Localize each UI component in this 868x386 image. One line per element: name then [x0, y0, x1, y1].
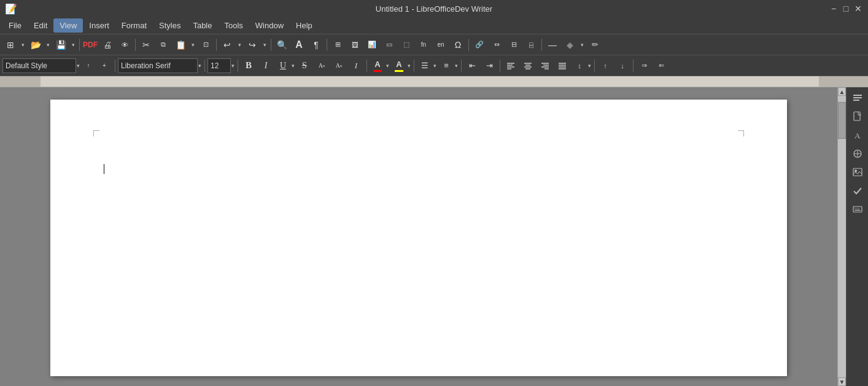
document-page[interactable]: [50, 100, 787, 376]
highlight-dropdown-arrow[interactable]: ▾: [407, 58, 411, 74]
redo-button[interactable]: ↪: [244, 37, 260, 53]
subscript-button[interactable]: An: [331, 58, 347, 74]
menu-item-window[interactable]: Window: [249, 18, 290, 33]
shapes-button[interactable]: ◆: [562, 37, 578, 53]
underline-button[interactable]: U: [275, 58, 291, 74]
decrease-spacing-button[interactable]: ↓: [614, 58, 630, 74]
size-select[interactable]: [207, 58, 231, 73]
font-dropdown-arrow[interactable]: ▾: [198, 58, 202, 74]
scroll-up-button[interactable]: ▲: [838, 87, 846, 96]
shapes-dropdown[interactable]: ▾: [578, 37, 586, 53]
document-area[interactable]: [0, 87, 837, 386]
draw-button[interactable]: ✏: [587, 37, 603, 53]
crossref-button[interactable]: ⇔: [489, 37, 505, 53]
maximize-button[interactable]: □: [841, 4, 851, 14]
undo-dropdown[interactable]: ▾: [236, 37, 243, 53]
size-dropdown-arrow[interactable]: ▾: [231, 58, 235, 74]
align-center-button[interactable]: [520, 58, 536, 74]
sidebar-gallery-button[interactable]: [849, 145, 866, 162]
menu-item-file[interactable]: File: [2, 18, 28, 33]
save-dropdown[interactable]: ▾: [69, 37, 77, 53]
insert-footnote-button[interactable]: fn: [416, 37, 432, 53]
linespacing-dropdown-arrow[interactable]: ▾: [587, 58, 592, 74]
underline-dropdown-arrow[interactable]: ▾: [291, 58, 295, 74]
indent-button[interactable]: ⇥: [481, 58, 497, 74]
unordered-list-button[interactable]: ☰: [417, 58, 433, 74]
align-right-button[interactable]: [537, 58, 553, 74]
align-justify-button[interactable]: [554, 58, 570, 74]
unordered-dropdown-arrow[interactable]: ▾: [433, 58, 437, 74]
paste-dropdown[interactable]: ▾: [189, 37, 196, 53]
ordered-dropdown-arrow[interactable]: ▾: [454, 58, 459, 74]
clone-format-button[interactable]: ⊡: [198, 37, 214, 53]
ordered-list-button[interactable]: ≡: [438, 58, 454, 74]
fontcolor-button[interactable]: A: [370, 58, 386, 74]
insert-frame-button[interactable]: ⬚: [398, 37, 414, 53]
new-style-button[interactable]: +: [96, 58, 112, 74]
menu-item-help[interactable]: Help: [290, 18, 319, 33]
field-button[interactable]: ⌸: [523, 37, 539, 53]
menu-item-styles[interactable]: Styles: [153, 18, 187, 33]
ltr-button[interactable]: ⇒: [636, 58, 652, 74]
find-button[interactable]: 🔍: [274, 37, 290, 53]
italic-button[interactable]: I: [258, 58, 274, 74]
header-footer-button[interactable]: ⊟: [506, 37, 522, 53]
open-dropdown[interactable]: ▾: [44, 37, 52, 53]
superscript-button[interactable]: An: [314, 58, 330, 74]
line-button[interactable]: —: [544, 37, 560, 53]
special-char-button[interactable]: Ω: [450, 37, 466, 53]
menu-item-tools[interactable]: Tools: [218, 18, 249, 33]
sidebar-properties-button[interactable]: [849, 90, 866, 107]
outdent-button[interactable]: ⇤: [464, 58, 480, 74]
insert-textbox-button[interactable]: ▭: [381, 37, 397, 53]
large-font-button[interactable]: A: [291, 37, 307, 53]
save-button[interactable]: 💾: [53, 37, 69, 53]
insert-table-button[interactable]: ⊞: [330, 37, 346, 53]
new-button[interactable]: ⊞: [2, 37, 18, 53]
copy-button[interactable]: ⧉: [155, 37, 171, 53]
menu-item-insert[interactable]: Insert: [83, 18, 115, 33]
sidebar-styles-button[interactable]: A: [849, 127, 866, 144]
shadow-button[interactable]: I: [348, 58, 364, 74]
minimize-button[interactable]: −: [829, 4, 839, 14]
fontcolor-dropdown-arrow[interactable]: ▾: [386, 58, 390, 74]
new-dropdown[interactable]: ▾: [19, 37, 26, 53]
font-select[interactable]: [118, 58, 198, 73]
scroll-thumb[interactable]: [838, 102, 846, 139]
print-preview-button[interactable]: 👁: [117, 37, 133, 53]
open-button[interactable]: 📂: [28, 37, 44, 53]
align-left-button[interactable]: [503, 58, 519, 74]
hyperlink-button[interactable]: 🔗: [471, 37, 487, 53]
sidebar-keyboard-button[interactable]: [849, 200, 866, 218]
insert-image-button[interactable]: 🖼: [347, 37, 363, 53]
strikethrough-button[interactable]: S: [296, 58, 312, 74]
increase-spacing-button[interactable]: ↑: [597, 58, 613, 74]
rtl-button[interactable]: ⇐: [653, 58, 669, 74]
insert-endnote-button[interactable]: en: [433, 37, 449, 53]
menu-item-view[interactable]: View: [53, 18, 83, 33]
highlight-button[interactable]: A: [391, 58, 407, 74]
vertical-scrollbar[interactable]: ▲ ▼: [837, 87, 846, 386]
cut-button[interactable]: ✂: [138, 37, 154, 53]
linespacing-button[interactable]: ↕: [572, 58, 587, 74]
sidebar-images-button[interactable]: [849, 163, 866, 181]
menu-item-format[interactable]: Format: [115, 18, 153, 33]
sidebar-check-button[interactable]: [849, 182, 866, 199]
close-button[interactable]: ✕: [853, 4, 863, 14]
insert-chart-button[interactable]: 📊: [364, 37, 380, 53]
scroll-track[interactable]: [838, 96, 846, 377]
menu-item-table[interactable]: Table: [187, 18, 218, 33]
sidebar-page-button[interactable]: [849, 108, 866, 125]
redo-dropdown[interactable]: ▾: [261, 37, 268, 53]
bold-button[interactable]: B: [241, 58, 257, 74]
update-style-button[interactable]: ↑: [80, 58, 96, 74]
pilcrow-button[interactable]: ¶: [308, 37, 324, 53]
style-dropdown-arrow[interactable]: ▾: [76, 58, 80, 74]
scroll-down-button[interactable]: ▼: [838, 377, 846, 386]
print-button[interactable]: 🖨: [99, 37, 115, 53]
menu-item-edit[interactable]: Edit: [28, 18, 53, 33]
paste-button[interactable]: 📋: [172, 37, 188, 53]
export-pdf-button[interactable]: PDF: [82, 37, 98, 53]
style-select[interactable]: [2, 58, 76, 73]
undo-button[interactable]: ↩: [219, 37, 235, 53]
